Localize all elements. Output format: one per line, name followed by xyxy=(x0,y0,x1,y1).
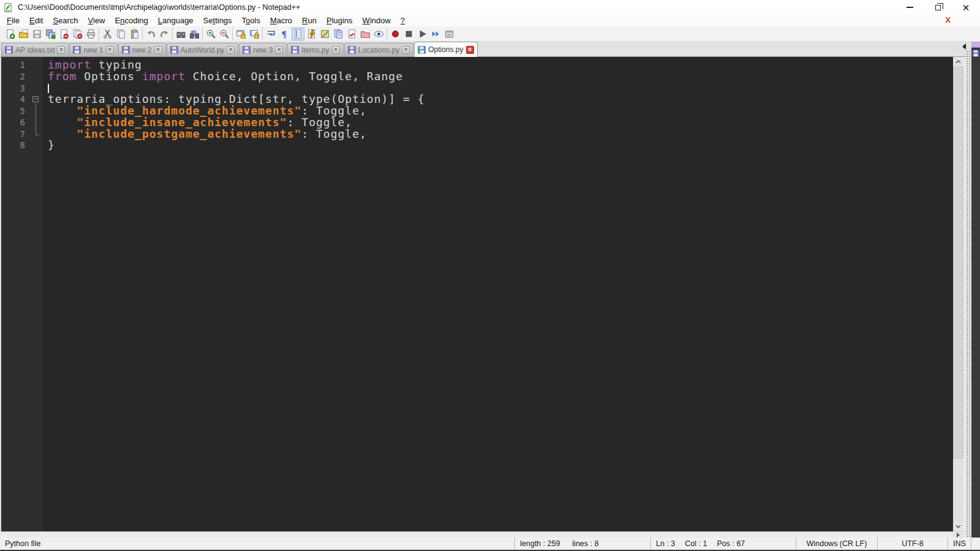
status-column: Col : 1 xyxy=(685,539,707,548)
open-file-icon xyxy=(18,29,29,39)
toolbar-group xyxy=(142,27,172,40)
tab-close-icon[interactable]: ✕ xyxy=(57,46,65,54)
minimize-button[interactable] xyxy=(895,0,924,15)
menu-edit[interactable]: Edit xyxy=(24,15,48,26)
cut-button[interactable] xyxy=(101,28,114,40)
zoom-out-button[interactable] xyxy=(218,28,231,40)
define-language-button[interactable] xyxy=(305,28,318,40)
tab-options-py[interactable]: Options.py✕ xyxy=(414,42,477,57)
function-list-icon xyxy=(347,29,357,39)
save-all-button[interactable] xyxy=(44,28,57,40)
menu-close-document-button[interactable]: X xyxy=(941,15,954,25)
scroll-down-button[interactable] xyxy=(953,522,963,531)
line-number: 3 xyxy=(1,83,29,94)
close-button[interactable] xyxy=(58,28,70,40)
tab-close-icon[interactable]: ✕ xyxy=(227,46,235,54)
tab-new-3[interactable]: new 3✕ xyxy=(239,43,287,56)
horizontal-scrollbar[interactable] xyxy=(0,531,980,538)
fold-margin: − xyxy=(29,94,43,105)
tab-ap-ideas-txt[interactable]: AP Ideas.txt✕ xyxy=(1,43,69,56)
macro-record-button[interactable] xyxy=(389,28,402,40)
code-line-2[interactable]: 2from Options import Choice, Option, Tog… xyxy=(1,71,953,83)
macro-play-button[interactable] xyxy=(416,28,429,40)
window-title: C:\Users\Dood\Documents\tmp\Archipelago\… xyxy=(18,3,300,12)
show-indent-guide-button[interactable] xyxy=(292,28,304,40)
macro-stop-button[interactable] xyxy=(402,28,415,40)
tab-close-icon[interactable]: ✕ xyxy=(154,46,162,54)
macro-stop-icon xyxy=(404,29,414,39)
restore-button[interactable] xyxy=(924,0,952,15)
arrow-right-icon xyxy=(957,533,960,538)
status-insert-mode[interactable]: INS xyxy=(948,538,971,550)
find-button[interactable] xyxy=(175,28,187,40)
status-eol-format: Windows (CR LF) xyxy=(796,538,877,550)
menu-view[interactable]: View xyxy=(83,15,110,26)
vertical-scrollbar-thumb[interactable] xyxy=(953,67,963,459)
redo-icon xyxy=(159,29,170,39)
code-line-8[interactable]: 8} xyxy=(1,140,953,151)
menu-window[interactable]: Window xyxy=(358,15,396,26)
tab-close-icon[interactable]: ✕ xyxy=(275,46,283,54)
zoom-in-icon xyxy=(206,29,216,39)
vertical-scrollbar[interactable] xyxy=(953,57,963,531)
redo-button[interactable] xyxy=(158,28,171,40)
paste-button[interactable] xyxy=(128,28,141,40)
tab-locations-py[interactable]: Locations.py✕ xyxy=(344,43,413,56)
menu-file[interactable]: File xyxy=(2,15,24,26)
menu-help[interactable]: ? xyxy=(396,15,410,26)
fold-margin xyxy=(29,71,43,83)
menu-settings[interactable]: Settings xyxy=(198,15,237,26)
menu-language[interactable]: Language xyxy=(153,15,198,26)
new-file-icon xyxy=(5,29,15,39)
open-file-button[interactable] xyxy=(17,28,30,40)
tab-label: AutoWorld.py xyxy=(181,46,225,54)
tab-new-1[interactable]: new 1✕ xyxy=(69,43,117,56)
vertical-scrollbar-track[interactable] xyxy=(953,459,963,522)
menu-plugins[interactable]: Plugins xyxy=(322,15,358,26)
macro-save-button[interactable] xyxy=(443,28,456,40)
tab-close-icon[interactable]: ✕ xyxy=(402,46,410,54)
code-editor[interactable]: 1import typing2from Options import Choic… xyxy=(0,57,953,531)
cut-icon xyxy=(102,29,113,39)
menu-run[interactable]: Run xyxy=(297,15,322,26)
document-map-button[interactable] xyxy=(318,28,331,40)
scroll-up-button[interactable] xyxy=(953,57,963,67)
function-list-button[interactable] xyxy=(345,28,358,40)
document-list-button[interactable] xyxy=(332,28,345,40)
tab-close-icon[interactable]: ✕ xyxy=(332,46,340,54)
tab-close-icon[interactable]: ✕ xyxy=(466,46,474,54)
zoom-in-button[interactable] xyxy=(205,28,217,40)
folder-as-workspace-button[interactable] xyxy=(359,28,372,40)
saved-file-icon xyxy=(243,46,251,54)
code-text: "include_postgame_achievements": Toggle, xyxy=(43,129,367,140)
status-length-section: length : 259 lines : 8 xyxy=(514,538,650,550)
close-icon: ✕ xyxy=(962,3,970,12)
close-all-button[interactable] xyxy=(71,28,84,40)
tab-items-py[interactable]: Items.py✕ xyxy=(287,43,343,56)
monitoring-button[interactable] xyxy=(372,28,385,40)
code-line-7[interactable]: 7 "include_postgame_achievements": Toggl… xyxy=(1,129,953,140)
copy-button[interactable] xyxy=(115,28,127,40)
word-wrap-button[interactable] xyxy=(265,28,277,40)
menu-tools[interactable]: Tools xyxy=(237,15,265,26)
menu-bar: FileEditSearchViewEncodingLanguageSettin… xyxy=(0,15,980,26)
show-all-characters-button[interactable]: ¶ xyxy=(278,28,291,40)
macro-run-multiple-button[interactable] xyxy=(429,28,442,40)
tab-new-2[interactable]: new 2✕ xyxy=(118,43,166,56)
new-file-button[interactable] xyxy=(4,28,17,40)
sync-horizontal-scroll-button[interactable] xyxy=(248,28,261,40)
tab-close-icon[interactable]: ✕ xyxy=(106,46,114,54)
fold-open-marker[interactable]: − xyxy=(32,96,39,102)
save-button[interactable] xyxy=(31,28,43,40)
replace-button[interactable]: ab xyxy=(188,28,201,40)
menu-macro[interactable]: Macro xyxy=(265,15,297,26)
close-button[interactable]: ✕ xyxy=(952,0,980,15)
menu-encoding[interactable]: Encoding xyxy=(110,15,153,26)
scroll-right-button[interactable] xyxy=(953,532,963,538)
document-map-icon xyxy=(320,29,330,39)
menu-search[interactable]: Search xyxy=(48,15,83,26)
undo-button[interactable] xyxy=(145,28,157,40)
sync-vertical-scroll-button[interactable] xyxy=(235,28,247,40)
print-button[interactable] xyxy=(85,28,97,40)
tab-autoworld-py[interactable]: AutoWorld.py✕ xyxy=(167,43,239,56)
